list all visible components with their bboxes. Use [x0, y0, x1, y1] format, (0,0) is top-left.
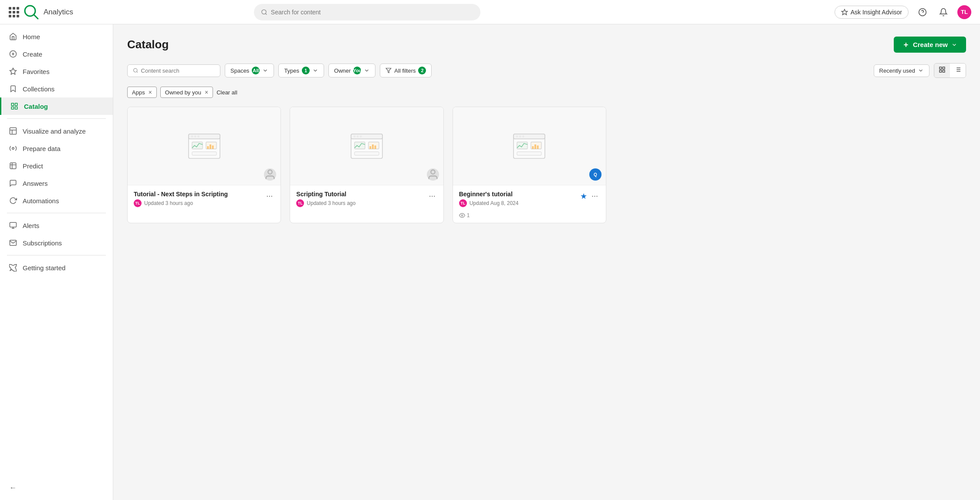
sidebar-item-predict[interactable]: Predict	[0, 157, 113, 174]
spaces-filter-button[interactable]: Spaces All	[225, 64, 274, 77]
sidebar-collapse-button[interactable]: ←	[0, 479, 113, 497]
card-actions: ···	[427, 191, 437, 201]
svg-point-2	[261, 10, 266, 14]
svg-point-63	[516, 135, 518, 138]
card-subtitle: TL Updated 3 hours ago	[296, 199, 427, 207]
filter-tag-apps[interactable]: Apps ×	[127, 87, 157, 98]
card-title: Scripting Tutorial	[296, 191, 427, 198]
svg-line-3	[265, 13, 267, 14]
svg-rect-29	[943, 70, 945, 72]
grid-view-button[interactable]	[934, 64, 950, 77]
sidebar-item-label: Predict	[23, 162, 43, 170]
notifications-button[interactable]	[936, 5, 950, 19]
remove-filter-owned[interactable]: ×	[205, 89, 208, 96]
sort-button[interactable]: Recently used	[874, 64, 929, 77]
svg-rect-45	[210, 144, 211, 149]
sidebar-item-subscriptions[interactable]: Subscriptions	[0, 234, 113, 252]
create-new-button[interactable]: Create new	[894, 37, 966, 53]
prepare-icon	[9, 144, 17, 153]
card-thumbnail	[290, 107, 443, 185]
qlik-logo[interactable]	[24, 4, 39, 20]
svg-point-24	[134, 68, 137, 72]
avatar: TL	[134, 199, 142, 207]
sidebar-divider-3	[7, 255, 106, 255]
sidebar-item-create[interactable]: Create	[0, 45, 113, 63]
sidebar-item-prepare[interactable]: Prepare data	[0, 140, 113, 157]
sidebar-item-automations[interactable]: Automations	[0, 192, 113, 209]
more-options-button[interactable]: ···	[590, 191, 600, 201]
all-filters-button[interactable]: All filters 2	[380, 64, 432, 77]
sidebar-item-alerts[interactable]: Alerts	[0, 217, 113, 234]
help-icon	[918, 8, 927, 17]
card-subtitle: TL Updated 3 hours ago	[134, 199, 264, 207]
svg-rect-27	[939, 67, 942, 69]
spaces-label: Spaces	[230, 67, 249, 74]
sidebar-item-favorites[interactable]: Favorites	[0, 63, 113, 80]
filter-tag-owned-by-you[interactable]: Owned by you ×	[160, 87, 213, 98]
card-updated: Updated Aug 8, 2024	[470, 200, 519, 206]
owner-filter-button[interactable]: Owner You	[328, 64, 375, 77]
card-updated: Updated 3 hours ago	[144, 200, 193, 206]
content-search-input[interactable]	[141, 67, 215, 74]
sidebar-item-catalog[interactable]: Catalog	[0, 97, 113, 115]
predict-icon	[9, 161, 17, 170]
insight-advisor-button[interactable]: Ask Insight Advisor	[835, 6, 909, 19]
content-search-filter[interactable]	[127, 64, 220, 77]
global-search-bar[interactable]	[254, 4, 480, 20]
sidebar: Home Create Favorites Collections Catalo…	[0, 24, 113, 500]
sidebar-item-collections[interactable]: Collections	[0, 80, 113, 97]
filter-tag-label: Owned by you	[165, 89, 201, 96]
list-view-button[interactable]	[950, 64, 966, 77]
insight-icon	[841, 9, 848, 16]
sidebar-item-visualize[interactable]: Visualize and analyze	[0, 122, 113, 140]
sidebar-item-answers[interactable]: Answers	[0, 174, 113, 192]
svg-point-51	[354, 135, 356, 138]
svg-point-65	[522, 135, 524, 138]
sidebar-bottom: ←	[0, 479, 113, 497]
help-button[interactable]	[916, 5, 929, 19]
sidebar-item-label: Prepare data	[23, 145, 61, 152]
card-info: Beginner's tutorial TL Updated Aug 8, 20…	[453, 185, 606, 212]
filter-tag-label: Apps	[132, 89, 145, 96]
active-filters: Apps × Owned by you × Clear all	[127, 87, 966, 98]
main-layout: Home Create Favorites Collections Catalo…	[0, 24, 980, 500]
types-badge: 1	[302, 67, 310, 74]
star-button[interactable]: ★	[580, 191, 587, 201]
visualize-icon	[9, 127, 17, 135]
card-views: 1	[453, 212, 606, 223]
svg-rect-59	[355, 151, 379, 155]
svg-rect-57	[372, 144, 374, 149]
remove-filter-apps[interactable]: ×	[149, 89, 152, 96]
clear-all-button[interactable]: Clear all	[216, 89, 237, 96]
insight-advisor-label: Ask Insight Advisor	[851, 9, 902, 16]
svg-point-39	[191, 135, 193, 138]
sidebar-item-label: Subscriptions	[23, 239, 62, 247]
sidebar-item-home[interactable]: Home	[0, 28, 113, 45]
sidebar-item-label: Create	[23, 50, 42, 58]
more-options-button[interactable]: ···	[427, 191, 437, 201]
table-row[interactable]: Scripting Tutorial TL Updated 3 hours ag…	[290, 107, 443, 223]
table-row[interactable]: Q Beginner's tutorial TL Updated Aug 8, …	[453, 107, 606, 223]
user-avatar[interactable]: TL	[957, 5, 971, 19]
svg-rect-47	[192, 151, 216, 155]
sort-label: Recently used	[879, 67, 915, 74]
bell-icon	[939, 8, 948, 17]
sidebar-item-getting-started[interactable]: Getting started	[0, 259, 113, 276]
svg-point-60	[431, 170, 435, 174]
table-row[interactable]: Tutorial - Next Steps in Scripting TL Up…	[127, 107, 281, 223]
sidebar-item-label: Alerts	[23, 222, 39, 229]
more-options-button[interactable]: ···	[264, 191, 274, 201]
search-input[interactable]	[271, 9, 473, 16]
svg-marker-26	[386, 68, 392, 73]
svg-marker-4	[841, 9, 847, 15]
sidebar-divider-2	[7, 213, 106, 213]
types-filter-button[interactable]: Types 1	[278, 64, 324, 77]
views-count: 1	[467, 212, 470, 218]
sidebar-item-label: Favorites	[23, 68, 50, 75]
cards-grid: Tutorial - Next Steps in Scripting TL Up…	[127, 107, 606, 223]
rocket-icon	[9, 263, 17, 272]
eye-icon	[459, 212, 465, 218]
automations-icon	[9, 196, 17, 205]
apps-grid-icon[interactable]	[9, 7, 19, 17]
owner-label: Owner	[334, 67, 351, 74]
